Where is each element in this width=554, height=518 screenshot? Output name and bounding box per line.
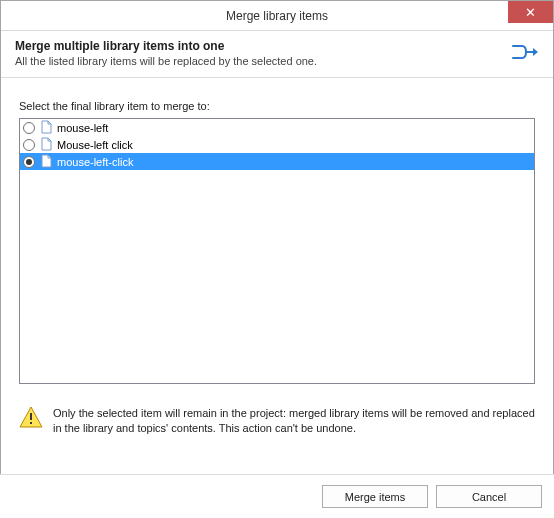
item-listbox[interactable]: mouse-leftMouse-left clickmouse-left-cli… <box>19 118 535 384</box>
header-heading: Merge multiple library items into one <box>15 39 317 53</box>
list-item[interactable]: Mouse-left click <box>20 136 534 153</box>
warning-text: Only the selected item will remain in th… <box>53 406 535 436</box>
cancel-button[interactable]: Cancel <box>436 485 542 508</box>
radio-button[interactable] <box>23 139 35 151</box>
list-item-label: Mouse-left click <box>57 139 133 151</box>
file-icon <box>39 120 53 136</box>
dialog-footer: Merge items Cancel <box>0 474 554 518</box>
window-title: Merge library items <box>226 9 328 23</box>
svg-rect-0 <box>30 413 32 420</box>
close-button[interactable]: ✕ <box>508 1 553 23</box>
svg-rect-1 <box>30 422 32 424</box>
header-subheading: All the listed library items will be rep… <box>15 55 317 67</box>
file-icon <box>39 137 53 153</box>
radio-button[interactable] <box>23 122 35 134</box>
merge-items-button[interactable]: Merge items <box>322 485 428 508</box>
list-item-label: mouse-left-click <box>57 156 133 168</box>
titlebar: Merge library items ✕ <box>1 1 553 31</box>
list-item[interactable]: mouse-left-click <box>20 153 534 170</box>
instruction-label: Select the final library item to merge t… <box>19 100 535 112</box>
list-item-label: mouse-left <box>57 122 108 134</box>
file-icon <box>39 154 53 170</box>
close-icon: ✕ <box>525 5 536 20</box>
warning-icon <box>19 406 43 428</box>
list-item[interactable]: mouse-left <box>20 119 534 136</box>
merge-icon <box>511 41 539 63</box>
dialog-header: Merge multiple library items into one Al… <box>1 31 553 78</box>
radio-button[interactable] <box>23 156 35 168</box>
